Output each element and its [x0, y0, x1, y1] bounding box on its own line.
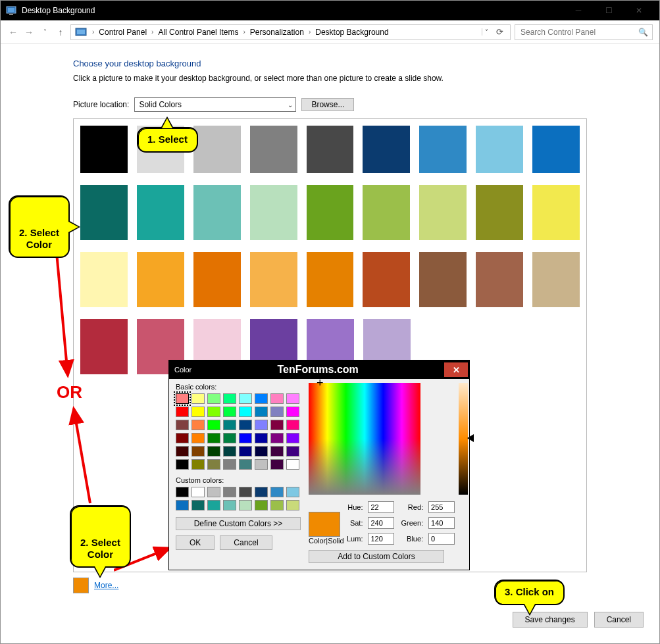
basic-color-cell[interactable] [223, 433, 236, 443]
basic-color-cell[interactable] [239, 420, 252, 430]
basic-color-cell[interactable] [239, 407, 252, 417]
search-box[interactable]: 🔍 [515, 24, 653, 40]
color-swatch[interactable] [363, 126, 410, 173]
color-swatch[interactable] [250, 185, 297, 240]
dialog-cancel-button[interactable]: Cancel [220, 535, 272, 550]
browse-button[interactable]: Browse... [301, 98, 354, 111]
basic-color-cell[interactable] [176, 420, 189, 430]
blue-input[interactable] [428, 533, 455, 545]
hue-input[interactable] [368, 501, 394, 513]
breadcrumb-dropdown[interactable]: ˅ [482, 28, 491, 36]
search-icon[interactable]: 🔍 [638, 28, 648, 37]
basic-color-cell[interactable] [286, 407, 299, 417]
cancel-button[interactable]: Cancel [594, 612, 644, 628]
custom-color-cell[interactable] [270, 500, 284, 510]
green-input[interactable] [428, 517, 455, 529]
basic-color-cell[interactable] [270, 446, 284, 457]
basic-color-cell[interactable] [286, 433, 299, 443]
custom-color-cell[interactable] [176, 500, 189, 510]
search-input[interactable] [519, 27, 634, 37]
breadcrumb[interactable]: › Control Panel › All Control Panel Item… [70, 24, 511, 40]
basic-color-cell[interactable] [223, 407, 236, 417]
basic-color-cell[interactable] [207, 393, 220, 404]
color-swatch[interactable] [363, 252, 410, 307]
basic-color-cell[interactable] [191, 393, 205, 404]
custom-color-cell[interactable] [176, 487, 189, 497]
basic-color-cell[interactable] [239, 393, 252, 404]
basic-color-cell[interactable] [176, 433, 189, 443]
color-swatch[interactable] [363, 185, 410, 240]
define-custom-colors-button[interactable]: Define Custom Colors >> [176, 517, 301, 530]
dialog-ok-button[interactable]: OK [176, 535, 215, 550]
refresh-icon[interactable]: ⟳ [494, 27, 506, 37]
sat-input[interactable] [368, 517, 394, 529]
basic-color-cell[interactable] [255, 407, 268, 417]
basic-color-cell[interactable] [176, 393, 189, 404]
basic-color-cell[interactable] [223, 420, 236, 430]
nav-recent[interactable]: ˅ [39, 28, 51, 36]
basic-color-cell[interactable] [270, 393, 284, 404]
color-swatch[interactable] [193, 126, 241, 173]
custom-color-cell[interactable] [207, 487, 220, 497]
maximize-button[interactable]: ☐ [594, 1, 624, 20]
basic-color-cell[interactable] [255, 446, 268, 457]
custom-color-cell[interactable] [223, 487, 236, 497]
luminosity-bar[interactable] [459, 383, 468, 495]
breadcrumb-item[interactable]: Personalization [248, 28, 306, 37]
minimize-button[interactable]: ─ [563, 1, 594, 20]
color-swatch[interactable] [137, 252, 184, 307]
custom-color-cell[interactable] [223, 500, 236, 510]
color-swatch[interactable] [532, 185, 580, 240]
basic-color-cell[interactable] [255, 459, 268, 470]
basic-color-cell[interactable] [270, 420, 284, 430]
custom-color-cell[interactable] [255, 500, 268, 510]
basic-color-cell[interactable] [286, 446, 299, 457]
color-swatch[interactable] [476, 185, 523, 240]
close-button[interactable]: ✕ [624, 1, 654, 20]
basic-color-cell[interactable] [207, 446, 220, 457]
color-swatch[interactable] [250, 126, 297, 173]
color-swatch[interactable] [476, 252, 523, 307]
basic-color-cell[interactable] [286, 459, 299, 470]
color-swatch[interactable] [532, 126, 580, 173]
custom-color-cell[interactable] [239, 487, 252, 497]
basic-color-cell[interactable] [255, 393, 268, 404]
nav-up[interactable]: ↑ [55, 27, 66, 37]
add-to-custom-button[interactable]: Add to Custom Colors [309, 550, 444, 563]
basic-color-cell[interactable] [270, 459, 284, 470]
basic-color-cell[interactable] [223, 393, 236, 404]
basic-color-cell[interactable] [176, 446, 189, 457]
custom-color-cell[interactable] [191, 487, 205, 497]
basic-color-cell[interactable] [207, 459, 220, 470]
color-swatch[interactable] [307, 252, 354, 307]
basic-color-cell[interactable] [239, 446, 252, 457]
basic-color-cell[interactable] [255, 433, 268, 443]
basic-color-cell[interactable] [191, 407, 205, 417]
basic-color-cell[interactable] [255, 420, 268, 430]
basic-color-cell[interactable] [270, 407, 284, 417]
color-swatch[interactable] [476, 126, 523, 173]
basic-color-cell[interactable] [176, 459, 189, 470]
color-swatch[interactable] [193, 185, 241, 240]
basic-color-cell[interactable] [223, 446, 236, 457]
basic-color-cell[interactable] [191, 433, 205, 443]
basic-color-cell[interactable] [239, 459, 252, 470]
basic-color-cell[interactable] [191, 420, 205, 430]
breadcrumb-item[interactable]: All Control Panel Items [156, 28, 240, 37]
color-swatch[interactable] [80, 126, 128, 173]
basic-color-cell[interactable] [191, 459, 205, 470]
basic-color-cell[interactable] [207, 420, 220, 430]
color-swatch[interactable] [307, 185, 354, 240]
color-swatch[interactable] [419, 126, 467, 173]
custom-color-cell[interactable] [239, 500, 252, 510]
basic-color-cell[interactable] [270, 433, 284, 443]
red-input[interactable] [428, 501, 455, 513]
basic-color-cell[interactable] [286, 393, 299, 404]
basic-color-cell[interactable] [223, 459, 236, 470]
custom-color-cell[interactable] [286, 487, 299, 497]
basic-color-cell[interactable] [286, 420, 299, 430]
basic-color-cell[interactable] [207, 433, 220, 443]
color-swatch[interactable] [193, 252, 241, 307]
color-swatch[interactable] [419, 185, 467, 240]
color-swatch[interactable] [137, 185, 184, 240]
